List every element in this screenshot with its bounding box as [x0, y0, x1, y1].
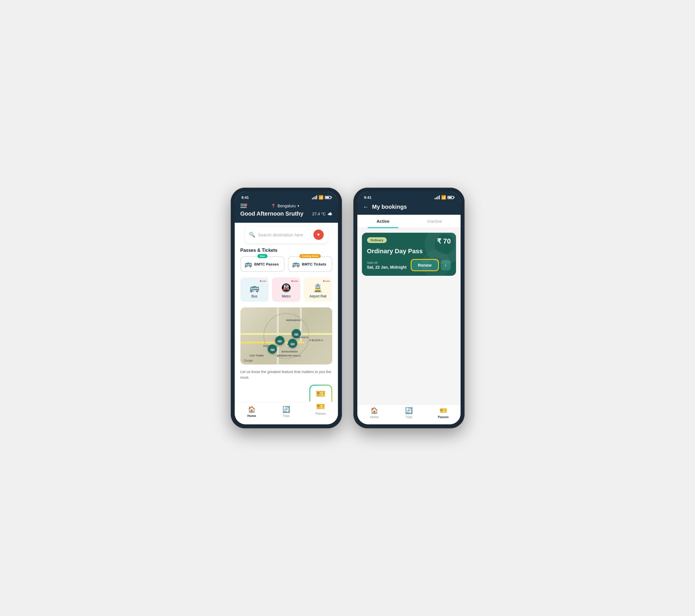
wifi-icon-1: 📶 [319, 195, 323, 200]
battery-icon-2 [447, 196, 454, 199]
map-background: HORAMAVU KALYAN N DANAHALLI KAMMA BANASW… [240, 307, 332, 364]
bottom-nav-2: 🏠 Home 🔄 Trips 🎫 Passes [357, 405, 461, 424]
phone-1: 9:41 📶 [231, 188, 342, 428]
live-badge-rail: Live [323, 280, 330, 282]
chevron-right-icon: › [445, 263, 446, 268]
bus-icon-tickets: 🚌 [292, 260, 300, 268]
back-button[interactable]: ← [363, 204, 369, 210]
live-rail-card[interactable]: Live 🚊 Airport Rail [304, 277, 332, 302]
signal-bar-3 [315, 196, 316, 199]
bmtc-tickets-label: BMTC Tickets [302, 262, 326, 267]
map-pin-4: 🚌 [268, 344, 277, 354]
notification-dot [245, 203, 247, 206]
map-container[interactable]: HORAMAVU KALYAN N DANAHALLI KAMMA BANASW… [240, 307, 332, 364]
menu-button[interactable] [240, 204, 247, 208]
live-rail-label: Airport Rail [309, 294, 326, 298]
bmtc-passes-label: BMTC Passes [254, 262, 279, 267]
location-pin-icon: 📍 [271, 204, 276, 208]
signal-bar-2 [313, 197, 314, 199]
search-placeholder: Search destination here [258, 233, 310, 237]
feature-text: Let us know the greatest feature that ma… [240, 369, 332, 380]
price-display: ₹ 70 [437, 237, 451, 245]
status-icons-2: 📶 [435, 195, 454, 200]
live-badge-metro: Live [291, 280, 298, 282]
live-metro-label: Metro [282, 294, 291, 298]
nav-home-2[interactable]: 🏠 Home [357, 407, 392, 418]
passes-icon-2: 🎫 [439, 407, 447, 414]
passes-section-title: Passes & Tickets [240, 248, 332, 253]
map-label-ablock: A BLOCK A [309, 339, 323, 342]
home-icon-1: 🏠 [248, 406, 256, 413]
booking-name: Ordinary Day Pass [367, 247, 451, 255]
nav-trips-1[interactable]: 🔄 Trips [269, 406, 303, 417]
passes-nav-icon-1: 🎫 [316, 402, 325, 411]
live-badge-bus: Live [260, 280, 266, 282]
phone-2: 9:41 📶 ← My bookings [353, 188, 464, 428]
phone1-header: 📍 Bengaluru ▾ Good Afternoon Sruthy 27.4… [235, 201, 338, 223]
map-pin-1: 🚌 [292, 329, 301, 338]
bus-live-icon: 🚌 [250, 283, 259, 293]
live-bus-card[interactable]: Live 🚌 Bus [240, 277, 269, 302]
signal-bar-1 [312, 198, 313, 199]
greeting-text: Good Afternoon Sruthy [240, 210, 303, 217]
weather-display: 27.4 °C ☁️ [312, 211, 332, 216]
nav-trips-label-1: Trips [283, 414, 289, 417]
puzzle-icon: 🎫 [316, 389, 326, 398]
weather-value: 27.4 °C [312, 211, 326, 216]
ordinary-badge: Ordinary [367, 237, 387, 243]
page-title-2: My bookings [372, 204, 407, 210]
time-display-1: 9:41 [241, 195, 249, 200]
metro-live-icon: 🚇 [281, 283, 291, 293]
booking-top: Ordinary ₹ 70 [367, 237, 451, 245]
signal-bar-4 [316, 195, 317, 199]
time-display-2: 9:41 [364, 195, 372, 200]
coming-soon-badge: Coming Soon [300, 254, 321, 258]
status-bar-2: 9:41 📶 [357, 192, 461, 201]
nav-passes-label-1: Passes [316, 412, 326, 415]
location-selector[interactable]: 📍 Bengaluru ▾ [271, 204, 299, 208]
bmtc-passes-card[interactable]: New 🚌 BMTC Passes [240, 256, 285, 272]
valid-till-label: Valid till [367, 261, 407, 264]
renew-arrow-button[interactable]: › [441, 260, 451, 270]
trips-icon-2: 🔄 [405, 407, 413, 414]
nav-passes-2[interactable]: 🎫 Passes [426, 407, 461, 418]
tab-inactive[interactable]: Inactive [409, 215, 461, 227]
passes-grid: New 🚌 BMTC Passes Coming Soon 🚌 BMTC Tic… [240, 256, 332, 272]
status-bar-1: 9:41 📶 [235, 192, 338, 201]
renew-button[interactable]: Renew [411, 259, 439, 271]
trips-icon-1: 🔄 [282, 406, 290, 413]
location-text: Bengaluru [277, 204, 296, 208]
phone2-header: ← My bookings [357, 201, 461, 215]
status-icons-1: 📶 [312, 195, 331, 200]
nav-home-1[interactable]: 🏠 Home [235, 406, 269, 417]
battery-icon-1 [325, 196, 331, 199]
nav-trips-label-2: Trips [405, 415, 412, 418]
nav-passes-label-2: Passes [438, 415, 448, 418]
google-logo: Google [244, 359, 253, 362]
favorites-button[interactable]: ♥ [313, 229, 324, 240]
tabs-row: Active Inactive [357, 215, 461, 228]
nav-home-label-1: Home [248, 414, 256, 417]
search-bar[interactable]: 🔍 Search destination here ♥ [245, 226, 328, 243]
live-metro-card[interactable]: Live 🚇 Metro [272, 277, 300, 302]
renew-section: Renew › [411, 259, 451, 271]
map-label-cox: COX TOWN [250, 354, 264, 357]
chevron-down-icon: ▾ [298, 204, 299, 208]
wifi-icon-2: 📶 [441, 195, 446, 200]
booking-card: Ordinary ₹ 70 Ordinary Day Pass Valid ti… [362, 233, 456, 276]
tab-active[interactable]: Active [357, 215, 409, 227]
live-transport-grid: Live 🚌 Bus Live 🚇 Metro [240, 277, 332, 302]
valid-till-section: Valid till Sat, 22 Jan, Midnight [367, 261, 407, 270]
bookings-content: Ordinary ₹ 70 Ordinary Day Pass Valid ti… [357, 228, 461, 405]
cloud-icon: ☁️ [327, 211, 332, 216]
nav-passes-1[interactable]: 🎫 Passes [303, 405, 338, 418]
valid-till-date: Sat, 22 Jan, Midnight [367, 265, 407, 270]
map-pin-2: 🚌 [275, 336, 284, 345]
rail-live-icon: 🚊 [313, 283, 323, 293]
map-pin-3: 🚌 [288, 339, 297, 348]
nav-trips-2[interactable]: 🔄 Trips [392, 407, 426, 418]
nav-home-label-2: Home [370, 415, 378, 418]
bottom-nav-1: 🏠 Home 🔄 Trips 🎫 Passes [235, 402, 338, 424]
bmtc-tickets-card[interactable]: Coming Soon 🚌 BMTC Tickets [288, 256, 332, 272]
battery-fill-1 [326, 197, 329, 198]
